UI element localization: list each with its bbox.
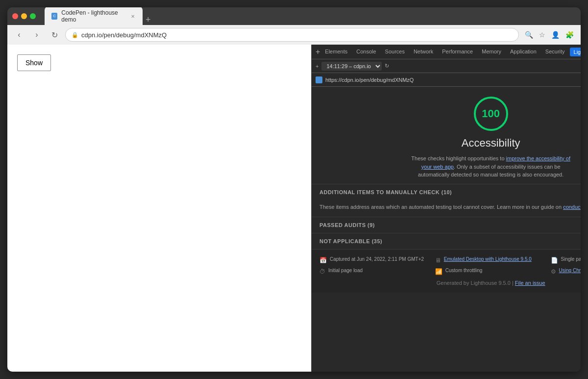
passed-audits-header[interactable]: PASSED AUDITS (9) Show [312, 217, 581, 233]
devtools-secondary-toolbar: + 14:11:29 – cdpn.io ↻ [312, 59, 581, 73]
lock-icon: 🔒 [72, 32, 78, 38]
accessibility-link[interactable]: improve the accessibility of your web ap… [421, 155, 570, 170]
minimize-window-button[interactable] [21, 13, 27, 19]
search-icon[interactable]: 🔍 [523, 29, 535, 41]
profile-icon[interactable]: 👤 [549, 29, 562, 41]
devtools-add-button[interactable]: + [316, 48, 320, 56]
calendar-icon: 📅 [319, 257, 327, 264]
additional-items-body: These items address areas which an autom… [312, 200, 581, 217]
devtools-url-text: https://cdpn.io/pen/debug/mdXNMzQ [325, 77, 414, 83]
not-applicable-header[interactable]: NOT APPLICABLE (35) Show [312, 233, 581, 249]
score-circle: 100 [474, 97, 508, 131]
footer-grid: 📅 Captured at Jun 24, 2022, 2:11 PM GMT+… [319, 256, 581, 275]
address-text: cdpn.io/pen/debug/mdXNMzQ [81, 31, 167, 39]
tabs-bar: C CodePen - lighthouse demo ✕ + [45, 7, 576, 26]
passed-audits-title: PASSED AUDITS (9) [319, 222, 375, 228]
devtools-urlbar: Captured at Jun 24, 2022, 2:11 PM GMT+2 … [312, 73, 581, 87]
emulated-label: Emulated Desktop with Lighthouse 9.5.0 [444, 256, 532, 262]
accessibility-review-link[interactable]: conducting an accessibility review [563, 204, 581, 210]
footer-emulated: 🖥 Emulated Desktop with Lighthouse 9.5.0 [435, 256, 547, 264]
initial-load-label: Initial page load [328, 268, 363, 273]
page-icon: 📄 [551, 257, 558, 264]
tab-console[interactable]: Console [352, 47, 380, 57]
tab-application[interactable]: Application [506, 47, 540, 57]
lighthouse-content: 100 Accessibility These checks highlight… [312, 87, 581, 372]
devtools-toolbar: + Elements Console Sources Network Perfo… [312, 45, 581, 59]
score-number: 100 [482, 107, 500, 120]
extensions-icon[interactable]: 🧩 [564, 29, 576, 41]
webpage-inner: Show [7, 45, 311, 81]
not-applicable-title: NOT APPLICABLE (35) [319, 238, 382, 244]
browser-window: C CodePen - lighthouse demo ✕ + ‹ › ↻ 🔒 … [7, 7, 581, 372]
tab-performance[interactable]: Performance [438, 47, 477, 57]
throttling-label: Custom throttling [445, 268, 483, 273]
webpage-area: Show [7, 45, 311, 372]
devtools-add-icon[interactable]: + [316, 63, 318, 69]
network-icon: 📶 [435, 268, 442, 275]
tab-close-button[interactable]: ✕ [130, 13, 136, 20]
not-applicable-section: NOT APPLICABLE (35) Show [312, 233, 581, 249]
passed-audits-section: PASSED AUDITS (9) Show [312, 217, 581, 233]
time-selector[interactable]: 14:11:29 – cdpn.io [321, 62, 382, 71]
nav-bar: ‹ › ↻ 🔒 cdpn.io/pen/debug/mdXNMzQ 🔍 ☆ 👤 … [7, 25, 581, 45]
close-window-button[interactable] [12, 13, 18, 19]
footer-throttling: 📶 Custom throttling [435, 268, 547, 275]
tab-lighthouse[interactable]: Lighthouse [570, 48, 581, 56]
chromium-link[interactable]: Using Chromium 102.0.0.0 with devtools [559, 268, 581, 273]
traffic-lights [12, 13, 36, 19]
active-tab[interactable]: C CodePen - lighthouse demo ✕ [45, 7, 143, 26]
footer-initial-load: ⏱ Initial page load [319, 268, 431, 275]
tab-elements[interactable]: Elements [321, 47, 351, 57]
refresh-button[interactable]: ↻ [48, 28, 61, 42]
lighthouse-title: Accessibility [462, 137, 520, 150]
single-page-label: Single page load [561, 256, 581, 262]
monitor-icon: 🖥 [435, 257, 441, 264]
bookmark-icon[interactable]: ☆ [537, 29, 547, 41]
footer-captured: 📅 Captured at Jun 24, 2022, 2:11 PM GMT+… [319, 256, 431, 264]
footer-single-page: 📄 Single page load [551, 256, 581, 264]
main-content: Show + Elements Console Sources Network … [7, 45, 581, 372]
chromium-icon: ⚙ [551, 268, 556, 275]
footer-chromium: ⚙ Using Chromium 102.0.0.0 with devtools [551, 268, 581, 275]
lighthouse-score-section: 100 Accessibility These checks highlight… [312, 87, 581, 184]
back-button[interactable]: ‹ [12, 28, 26, 42]
additional-items-header[interactable]: ADDITIONAL ITEMS TO MANUALLY CHECK (10) … [312, 184, 581, 200]
new-tab-button[interactable]: + [143, 14, 154, 26]
footer-generated: Generated by Lighthouse 9.5.0 | File an … [319, 280, 581, 286]
tab-label: CodePen - lighthouse demo [61, 9, 125, 23]
captured-label: Captured at Jun 24, 2022, 2:11 PM GMT+2 [330, 256, 424, 262]
devtools-panel: + Elements Console Sources Network Perfo… [311, 45, 581, 372]
clock-icon: ⏱ [319, 268, 325, 275]
devtools-refresh-icon[interactable]: ↻ [385, 63, 389, 69]
additional-items-section: ADDITIONAL ITEMS TO MANUALLY CHECK (10) … [312, 184, 581, 217]
tab-sources[interactable]: Sources [381, 47, 409, 57]
title-bar: C CodePen - lighthouse demo ✕ + [7, 7, 581, 25]
tab-security[interactable]: Security [541, 47, 569, 57]
emulated-link[interactable]: Emulated Desktop with Lighthouse 9.5.0 [444, 256, 532, 262]
chromium-label: Using Chromium 102.0.0.0 with devtools [559, 268, 581, 273]
devtools-site-favicon [316, 76, 322, 83]
show-button[interactable]: Show [17, 54, 51, 71]
file-issue-link[interactable]: File an issue [515, 280, 545, 286]
generated-text: Generated by Lighthouse 9.5.0 | [437, 280, 514, 286]
lighthouse-description: These checks highlight opportunities to … [408, 154, 574, 179]
tab-network[interactable]: Network [410, 47, 437, 57]
nav-icons: 🔍 ☆ 👤 🧩 [523, 29, 576, 41]
forward-button[interactable]: › [30, 28, 44, 42]
tab-favicon: C [51, 13, 57, 20]
lighthouse-footer: 📅 Captured at Jun 24, 2022, 2:11 PM GMT+… [312, 249, 581, 293]
tab-memory[interactable]: Memory [478, 47, 505, 57]
maximize-window-button[interactable] [30, 13, 36, 19]
address-bar[interactable]: 🔒 cdpn.io/pen/debug/mdXNMzQ [65, 28, 519, 42]
additional-items-title: ADDITIONAL ITEMS TO MANUALLY CHECK (10) [319, 189, 452, 195]
